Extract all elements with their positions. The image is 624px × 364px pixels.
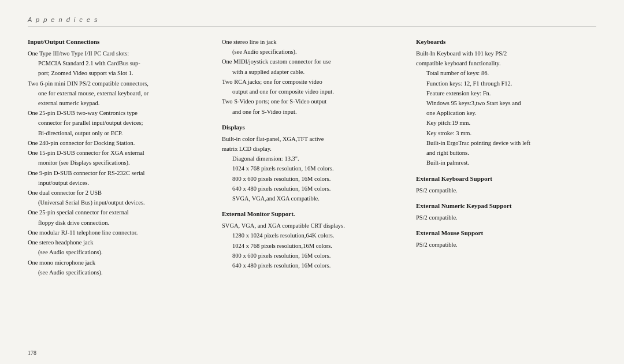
monitor-line-0: SVGA, VGA, and XGA compatible CRT displa…: [222, 221, 402, 230]
col1-line-18: floppy disk drive connection.: [28, 218, 208, 227]
page-header: A p p e n d i c e s: [28, 16, 596, 27]
col2-line-4: with a supplied adapter cable.: [222, 68, 402, 76]
kb-line-0: Built-In Keyboard with 101 key PS/2: [416, 49, 596, 58]
col1-line-8: connector for parallel input/output devi…: [28, 118, 208, 127]
kb-line-7: Key pitch:19 mm.: [416, 118, 596, 127]
displays-line-1: matrix LCD display.: [222, 144, 402, 153]
col1-line-16: (Universal Serial Bus) input/output devi…: [28, 198, 208, 207]
ext-keyboard-title: External Keyboard Support: [416, 174, 596, 184]
col1-line-13: One 9-pin D-SUB connector for RS-232C se…: [28, 169, 208, 177]
col1-line-14: input/output devices.: [28, 179, 208, 187]
col2-line-5: Two RCA jacks; one for composite video: [222, 77, 402, 86]
keyboards-title: Keyboards: [416, 38, 596, 47]
col2-line-2: (see Audio specifications).: [222, 47, 402, 56]
col1-line-1: One Type III/two Type I/II PC Card slots…: [28, 49, 208, 58]
col1-line-5: one for external mouse, external keyboar…: [28, 89, 208, 98]
column-2: One stereo line in jack (see Audio speci…: [222, 38, 416, 339]
monitor-line-4: 640 x 480 pixels resolution, 16M colors.: [222, 261, 402, 270]
column-3: Keyboards Built-In Keyboard with 101 key…: [416, 38, 596, 339]
displays-line-3: 1024 x 768 pixels resolution, 16M colors…: [222, 164, 402, 173]
monitor-line-2: 1024 x 768 pixels resolution,16M colors.: [222, 242, 402, 250]
col1-line-11: One 15-pin D-SUB connector for XGA exter…: [28, 148, 208, 157]
col2-line-7: Two S-Video ports; one for S-Video outpu…: [222, 97, 402, 106]
kb-line-11: Built-in palmrest.: [416, 158, 596, 167]
col1-line-9: Bi-directional, output only or ECP.: [28, 129, 208, 138]
col1-line-10: One 240-pin connector for Docking Statio…: [28, 139, 208, 147]
col1-line-7: One 25-pin D-SUB two-way Centronics type: [28, 109, 208, 117]
displays-line-5: 640 x 480 pixels resolution, 16M colors.: [222, 184, 402, 193]
col1-line-3: port; Zoomed Video support via Slot 1.: [28, 69, 208, 77]
displays-line-6: SVGA, VGA,and XGA compatible.: [222, 194, 402, 203]
kb-line-8: Key stroke: 3 mm.: [416, 129, 596, 138]
col1-line-19: One modular RJ-11 telephone line connect…: [28, 228, 208, 237]
ext-keypad-line: PS/2 compatible.: [416, 213, 596, 222]
io-connections-title: Input/Output Connections: [28, 38, 208, 47]
col2-line-3: One MIDI/joystick custom connector for u…: [222, 57, 402, 66]
col1-line-4: Two 6-pin mini DIN PS/2 compatible conne…: [28, 79, 208, 88]
page-number: 178: [28, 350, 36, 356]
kb-line-9: Built-in ErgoTrac pointing device with l…: [416, 139, 596, 147]
ext-keypad-title: External Numeric Keypad Support: [416, 202, 596, 211]
displays-line-0: Built-in color flat-panel, XGA,TFT activ…: [222, 135, 402, 143]
col1-line-20: One stereo headphone jack: [28, 238, 208, 247]
displays-title: Displays: [222, 123, 402, 132]
ext-mouse-line: PS/2 compatible.: [416, 240, 596, 249]
kb-line-2: Total number of keys: 86.: [416, 69, 596, 77]
monitor-line-1: 1280 x 1024 pixels resolution,64K colors…: [222, 231, 402, 240]
col1-line-23: (see Audio specifications).: [28, 268, 208, 277]
col1-line-22: One mono microphone jack: [28, 258, 208, 267]
col1-line-6: external numeric keypad.: [28, 99, 208, 107]
displays-line-4: 800 x 600 pixels resolution, 16M colors.: [222, 174, 402, 183]
column-1: Input/Output Connections One Type III/tw…: [28, 38, 222, 339]
kb-line-6: one Application key.: [416, 109, 596, 117]
col1-line-15: One dual connector for 2 USB: [28, 188, 208, 197]
kb-line-10: and right buttons.: [416, 148, 596, 157]
col1-line-21: (see Audio specifications).: [28, 248, 208, 257]
ext-mouse-title: External Mouse Support: [416, 229, 596, 238]
col1-line-17: One 25-pin special connector for externa…: [28, 208, 208, 217]
monitor-line-3: 800 x 600 pixels resolution, 16M colors.: [222, 251, 402, 260]
kb-line-5: Windows 95 keys:3,two Start keys and: [416, 99, 596, 107]
ext-monitor-title: External Monitor Support.: [222, 210, 402, 219]
col1-line-2: PCMCIA Standard 2.1 with CardBus sup-: [28, 59, 208, 68]
col2-line-1: One stereo line in jack: [222, 38, 402, 46]
kb-line-1: compatible keyboard functionality.: [416, 59, 596, 68]
main-content: Input/Output Connections One Type III/tw…: [28, 38, 596, 339]
displays-line-2: Diagonal dimension: 13.3".: [222, 154, 402, 163]
kb-line-4: Feature extension key: Fn.: [416, 89, 596, 98]
page: A p p e n d i c e s Input/Output Connect…: [0, 0, 624, 364]
col2-line-8: and one for S-Video input.: [222, 107, 402, 116]
kb-line-3: Function keys: 12, F1 through F12.: [416, 79, 596, 88]
col2-line-6: output and one for composite video input…: [222, 87, 402, 96]
col1-line-12: monitor (see Displays specifications).: [28, 158, 208, 167]
appendices-title: A p p e n d i c e s: [28, 16, 99, 23]
ext-keyboard-line: PS/2 compatible.: [416, 186, 596, 195]
